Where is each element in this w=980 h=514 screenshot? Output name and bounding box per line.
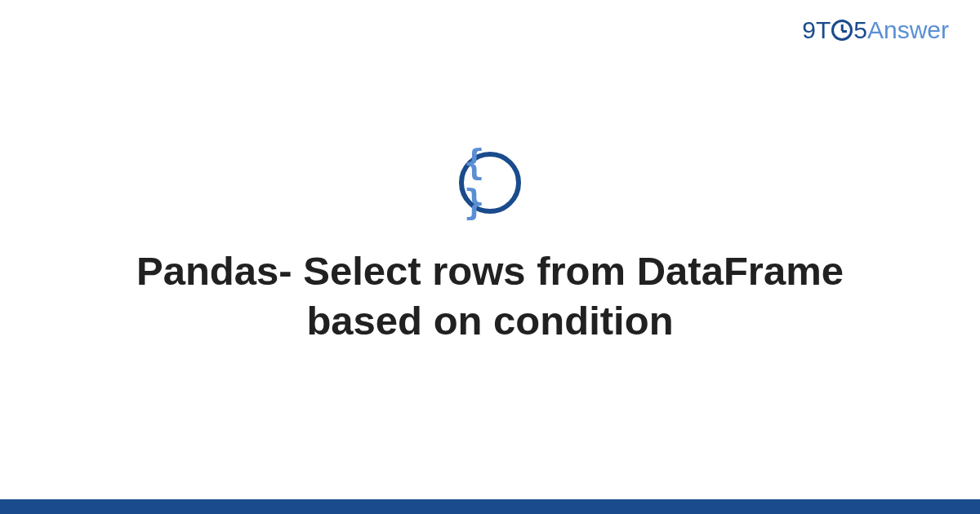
main-content: { } Pandas- Select rows from DataFrame b… bbox=[0, 0, 980, 514]
code-braces-icon: { } bbox=[459, 152, 521, 214]
icon-wrapper: { } bbox=[459, 152, 521, 214]
page-title: Pandas- Select rows from DataFrame based… bbox=[82, 246, 898, 347]
footer-bar bbox=[0, 499, 980, 514]
